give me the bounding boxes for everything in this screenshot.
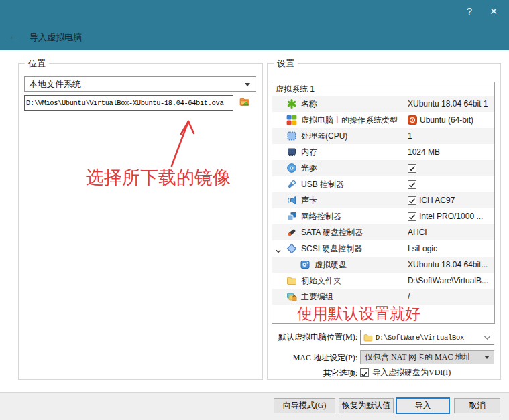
row-value: AHCI	[408, 228, 427, 237]
source-select-value: 本地文件系统	[29, 79, 81, 89]
optical-disc-icon	[286, 163, 297, 173]
row-label: SCSI 硬盘控制器	[301, 243, 362, 255]
hdd-icon	[300, 259, 310, 270]
row-value: /	[408, 292, 410, 301]
table-row-base-folder[interactable]: 初始文件夹 D:\SoftWare\VirtualB...	[272, 273, 494, 289]
row-label: SATA 硬盘控制器	[301, 227, 363, 238]
browse-file-button[interactable]	[236, 94, 253, 111]
import-button[interactable]: 导入	[396, 397, 450, 414]
row-label: 初始文件夹	[301, 275, 341, 287]
cancel-button[interactable]: 取消	[454, 398, 500, 413]
annotation-default-settings: 使用默认设置就好	[297, 303, 420, 324]
table-row-scsi-controller[interactable]: SCSI 硬盘控制器 LsiLogic	[272, 240, 494, 257]
table-row-primary-group[interactable]: 主要编组 /	[272, 289, 494, 305]
table-row-memory[interactable]: 内存 1024 MB	[272, 144, 494, 160]
chevron-down-icon	[484, 335, 491, 340]
row-value: 1024 MB	[408, 147, 440, 157]
os-type-icon	[286, 115, 297, 125]
row-label: 名称	[301, 98, 317, 110]
row-value: ICH AC97	[419, 196, 455, 205]
table-row-network[interactable]: 网络控制器 Intel PRO/1000 ...	[272, 208, 494, 224]
mac-policy-combobox[interactable]: 仅包含 NAT 网卡的 MAC 地址	[360, 350, 494, 364]
usb-checkbox[interactable]	[408, 180, 416, 189]
row-value: Ubuntu (64-bit)	[420, 115, 473, 125]
table-row-optical-drive[interactable]: 光驱	[272, 160, 494, 176]
group-icon	[286, 291, 297, 302]
row-value: LsiLogic	[408, 244, 437, 253]
close-button[interactable]: ×	[484, 3, 504, 20]
help-button[interactable]: ?	[459, 3, 479, 20]
import-vdi-label: 导入虚拟硬盘为VDI(I)	[372, 366, 451, 378]
memory-icon	[286, 147, 297, 157]
wizard-mode-button[interactable]: 向导模式(G)	[274, 398, 335, 413]
row-value: D:\SoftWare\VirtualB...	[408, 276, 488, 285]
row-value: 1	[408, 131, 412, 141]
mac-policy-label: MAC 地址设定(P):	[268, 350, 357, 365]
cpu-icon	[286, 131, 297, 141]
dialog-header: ← 导入虚拟电脑 ? ×	[0, 0, 509, 50]
source-select[interactable]: 本地文件系统	[24, 76, 256, 92]
check-icon	[408, 165, 416, 172]
appliance-settings-table: 虚拟系统 1 名称 XUbuntu 18.04 64bit 1	[272, 82, 495, 324]
settings-legend: 设置	[274, 58, 298, 70]
row-label: 光驱	[301, 163, 317, 174]
network-checkbox[interactable]	[408, 212, 416, 221]
ubuntu-icon	[408, 115, 417, 125]
chevron-down-icon[interactable]	[275, 248, 282, 255]
settings-groupbox: 设置 虚拟系统 1 名称 XUbuntu 18.04 64bit 1	[267, 63, 501, 380]
location-legend: 位置	[25, 58, 49, 70]
row-value: Intel PRO/1000 ...	[419, 212, 483, 221]
network-icon	[286, 211, 297, 222]
check-icon	[408, 197, 416, 204]
row-value: XUbuntu 18.04 64bit 1	[408, 99, 488, 109]
check-icon	[408, 181, 416, 188]
back-arrow-icon[interactable]: ←	[8, 29, 19, 43]
row-label: 主要编组	[301, 291, 333, 303]
row-label: 处理器(CPU)	[301, 131, 347, 142]
folder-open-icon	[239, 96, 250, 107]
machine-folder-combobox[interactable]: D:\SoftWare\VirtualBox	[360, 330, 494, 345]
restore-defaults-button[interactable]: 恢复为默认值	[339, 398, 394, 413]
table-row-cpu[interactable]: 处理器(CPU) 1	[272, 128, 494, 144]
scsi-disk-icon	[286, 243, 297, 254]
check-icon	[361, 370, 368, 378]
row-label: 声卡	[301, 195, 317, 206]
audio-checkbox[interactable]	[408, 196, 416, 205]
row-label: 内存	[301, 147, 317, 158]
machine-folder-value: D:\SoftWare\VirtualBox	[376, 334, 481, 342]
table-row-os-type[interactable]: 虚拟电脑上的操作系统类型 Ubuntu (64-bit)	[272, 112, 494, 128]
file-path-input[interactable]	[24, 95, 233, 111]
table-row-virtual-disk[interactable]: 虚拟硬盘 XUbuntu 18.04 64bit...	[272, 257, 494, 273]
table-row-usb[interactable]: USB 控制器	[272, 176, 494, 192]
audio-icon	[286, 195, 297, 206]
page-title: 导入虚拟电脑	[30, 31, 82, 44]
dropdown-arrow-icon	[245, 83, 250, 86]
row-label: USB 控制器	[301, 179, 344, 190]
table-row-name[interactable]: 名称 XUbuntu 18.04 64bit 1	[272, 96, 494, 112]
sata-disk-icon	[286, 227, 297, 238]
table-row-audio[interactable]: 声卡 ICH AC97	[272, 192, 494, 208]
row-label: 虚拟电脑上的操作系统类型	[301, 115, 398, 126]
table-row-sata-controller[interactable]: SATA 硬盘控制器 AHCI	[272, 224, 494, 240]
usb-icon	[286, 179, 297, 190]
annotation-select-image: 选择所下载的镜像	[86, 165, 231, 190]
row-label: 网络控制器	[301, 211, 341, 222]
virtual-system-header: 虚拟系统 1	[272, 82, 494, 96]
name-icon	[286, 98, 297, 109]
mac-policy-value: 仅包含 NAT 网卡的 MAC 地址	[365, 352, 484, 363]
row-value: XUbuntu 18.04 64bit...	[408, 260, 488, 269]
row-label: 虚拟硬盘	[315, 259, 347, 271]
other-options-label: 其它选项:	[268, 366, 357, 380]
location-groupbox: 位置 本地文件系统	[18, 63, 263, 380]
import-appliance-dialog: ← 导入虚拟电脑 ? × 位置 本地文件系统 设置 虚拟系统 1	[0, 0, 509, 420]
optical-checkbox[interactable]	[408, 164, 416, 173]
check-icon	[408, 213, 416, 220]
import-vdi-option: 导入虚拟硬盘为VDI(I)	[360, 366, 451, 378]
folder-icon	[286, 275, 297, 286]
import-vdi-checkbox[interactable]	[360, 368, 369, 377]
dropdown-arrow-icon	[484, 356, 490, 359]
folder-icon	[363, 333, 373, 342]
machine-folder-label: 默认虚拟电脑位置(M):	[268, 330, 357, 344]
